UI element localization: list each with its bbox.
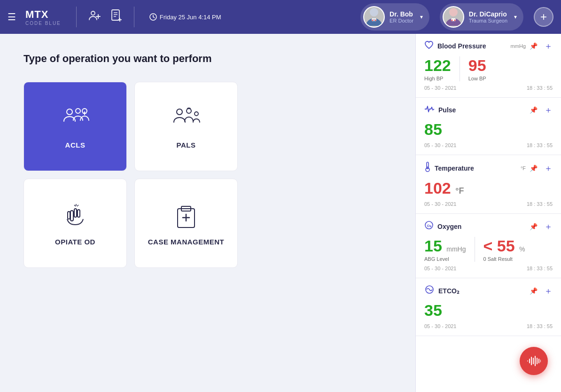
high-bp-block: 122 High BP <box>424 56 451 81</box>
temperature-card: Temperature °F 📌 ＋ 102 °F 05 - 30 - 2021… <box>416 155 561 214</box>
pals-icon <box>171 104 201 134</box>
low-bp-block: 95 Low BP <box>460 56 486 81</box>
case-management-card[interactable]: CASE MANAGEMENT <box>134 179 238 268</box>
oxygen-date: 05 - 30 - 2021 <box>424 266 457 271</box>
case-management-label: CASE MANAGEMENT <box>148 238 225 246</box>
salt-result-label: 0 Salt Result <box>483 256 525 262</box>
pulse-time: 18 : 33 : 55 <box>527 142 553 148</box>
svg-line-35 <box>74 205 76 206</box>
temperature-add-icon[interactable]: ＋ <box>544 163 553 174</box>
blood-pressure-unit: mmHg <box>511 43 526 49</box>
svg-rect-30 <box>74 209 77 217</box>
temperature-value-block: 102 °F <box>424 179 464 197</box>
svg-point-17 <box>449 8 458 16</box>
pulse-footer: 05 - 30 - 2021 18 : 33 : 55 <box>424 142 553 148</box>
etco2-values: 35 <box>424 301 553 320</box>
doctor2-name: Dr. DiCaprio <box>469 10 507 18</box>
oxygen-time: 18 : 33 : 55 <box>527 266 553 271</box>
temperature-unit: °F <box>521 165 526 171</box>
svg-line-34 <box>77 205 78 206</box>
oxygen-add-icon[interactable]: ＋ <box>544 221 553 232</box>
salt-result-block: < 55 % 0 Salt Result <box>475 237 525 262</box>
svg-point-12 <box>370 8 378 16</box>
doctor2-avatar <box>443 6 464 28</box>
blood-pressure-add-icon[interactable]: ＋ <box>544 40 553 52</box>
doctor1-name: Dr. Bob <box>390 10 413 18</box>
svg-point-26 <box>177 109 182 115</box>
etco2-header: ETCO₂ 📌 ＋ <box>424 285 553 297</box>
svg-point-0 <box>91 11 95 15</box>
pulse-value: 85 <box>424 120 442 139</box>
waveform-icon <box>527 355 541 367</box>
temperature-time: 18 : 33 : 55 <box>527 201 553 207</box>
svg-point-14 <box>372 20 374 21</box>
acls-icon <box>60 104 90 134</box>
doctor1-role: ER Doctor <box>390 18 413 24</box>
temperature-date: 05 - 30 - 2021 <box>424 201 457 207</box>
doctor1-card[interactable]: Dr. Bob ER Doctor ▾ <box>360 3 429 31</box>
blood-pressure-pin-icon[interactable]: 📌 <box>530 42 538 50</box>
blood-pressure-name: Blood Pressure <box>437 42 506 50</box>
etco2-icon <box>424 285 435 297</box>
opiate-card[interactable]: OPIATE OD <box>23 179 127 268</box>
svg-rect-32 <box>68 212 70 219</box>
pulse-add-icon[interactable]: ＋ <box>544 104 553 116</box>
etco2-name: ETCO₂ <box>438 287 526 295</box>
add-patient-icon[interactable] <box>88 9 101 25</box>
logo: MTX CODE BLUE <box>25 8 61 26</box>
pulse-value-block: 85 <box>424 120 442 139</box>
svg-rect-3 <box>112 10 119 20</box>
pulse-name: Pulse <box>438 106 526 114</box>
global-add-button[interactable]: + <box>534 7 553 27</box>
etco2-add-icon[interactable]: ＋ <box>544 285 553 297</box>
add-file-icon[interactable] <box>110 9 123 25</box>
svg-point-22 <box>76 109 80 113</box>
audio-record-button[interactable] <box>520 347 548 375</box>
oxygen-name: Oxygen <box>437 223 526 230</box>
oxygen-header: O₂ Oxygen 📌 ＋ <box>424 220 553 232</box>
doctor2-chevron-icon: ▾ <box>514 14 517 20</box>
temperature-name: Temperature <box>435 165 516 172</box>
body: Type of operation you want to perform AC… <box>0 34 561 392</box>
logo-sub: CODE BLUE <box>25 21 61 26</box>
low-bp-value: 95 <box>468 56 486 75</box>
etco2-card: ETCO₂ 📌 ＋ 35 05 - 30 - 2021 18 : 33 : 55 <box>416 278 561 336</box>
temperature-value: 102 °F <box>424 179 464 197</box>
svg-point-27 <box>187 109 191 113</box>
abg-level-value: 15 mmHg <box>424 237 466 255</box>
acls-card[interactable]: ACLS <box>23 82 127 171</box>
svg-text:O₂: O₂ <box>427 224 431 228</box>
etco2-date: 05 - 30 - 2021 <box>424 323 457 329</box>
blood-pressure-card: Blood Pressure mmHg 📌 ＋ 122 High BP 95 L… <box>416 34 561 98</box>
pulse-pin-icon[interactable]: 📌 <box>530 106 538 114</box>
header-clock: Friday 25 Jun 4:14 PM <box>149 13 221 21</box>
etco2-time: 18 : 33 : 55 <box>527 323 553 329</box>
pulse-values: 85 <box>424 120 553 139</box>
doctor1-avatar <box>363 6 385 28</box>
svg-point-21 <box>67 109 72 115</box>
blood-pressure-date: 05 - 30 - 2021 <box>424 85 457 91</box>
svg-point-19 <box>451 20 452 21</box>
temperature-header: Temperature °F 📌 ＋ <box>424 162 553 174</box>
heart-icon <box>424 41 434 52</box>
pals-card[interactable]: PALS <box>134 82 238 171</box>
doctor2-card[interactable]: Dr. DiCaprio Trauma Surgeon ▾ <box>440 3 523 31</box>
svg-rect-25 <box>84 111 85 115</box>
high-bp-label: High BP <box>424 76 451 81</box>
logo-main: MTX <box>25 8 48 21</box>
temperature-pin-icon[interactable]: 📌 <box>530 165 538 172</box>
blood-pressure-footer: 05 - 30 - 2021 18 : 33 : 55 <box>424 85 553 91</box>
header-divider-2 <box>134 7 134 27</box>
svg-line-11 <box>153 17 155 18</box>
opiate-icon <box>60 201 90 231</box>
main-content: Type of operation you want to perform AC… <box>0 34 415 392</box>
oxygen-pin-icon[interactable]: 📌 <box>530 223 538 230</box>
pulse-date: 05 - 30 - 2021 <box>424 142 457 148</box>
header: ☰ MTX CODE BLUE Friday 25 Jun 4:14 <box>0 0 561 34</box>
pulse-icon <box>424 105 435 115</box>
blood-pressure-header: Blood Pressure mmHg 📌 ＋ <box>424 40 553 52</box>
oxygen-card: O₂ Oxygen 📌 ＋ 15 mmHg ABG Level < 55 % 0… <box>416 214 561 278</box>
abg-level-label: ABG Level <box>424 256 466 262</box>
etco2-pin-icon[interactable]: 📌 <box>530 287 538 295</box>
menu-icon[interactable]: ☰ <box>8 11 16 23</box>
